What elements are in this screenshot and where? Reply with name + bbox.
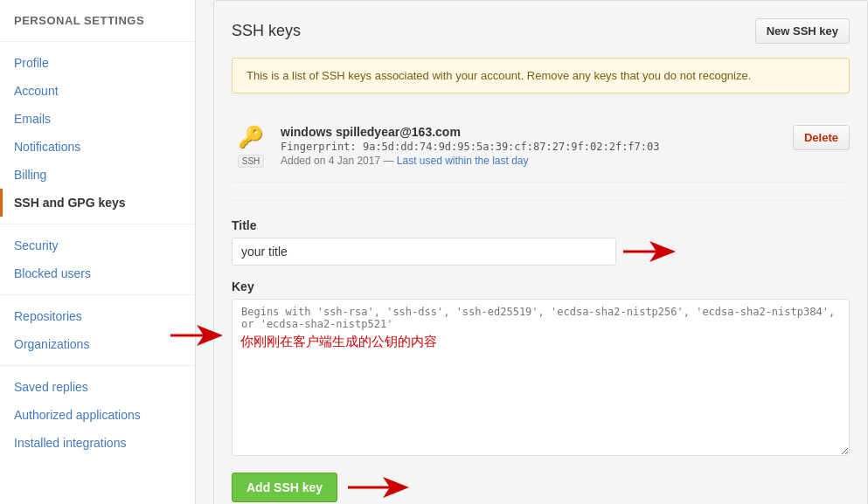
- sidebar-item-organizations[interactable]: Organizations: [0, 330, 195, 358]
- new-ssh-key-button[interactable]: New SSH key: [755, 18, 850, 44]
- sidebar-item-billing[interactable]: Billing: [0, 161, 195, 189]
- title-arrow-annotation: [623, 241, 676, 262]
- sidebar-heading: Personal settings: [0, 0, 195, 34]
- add-red-arrow-svg: [348, 475, 409, 500]
- add-button-arrow: [348, 475, 409, 500]
- key-textarea-wrapper: 你刚刚在客户端生成的公钥的内容: [232, 299, 850, 459]
- sidebar-item-installed-integrations[interactable]: Installed integrations: [0, 429, 195, 457]
- sidebar-item-blocked-users[interactable]: Blocked users: [0, 259, 195, 287]
- ssh-key-added-date: Added on 4 Jan 2017 — Last used within t…: [281, 155, 782, 167]
- title-label: Title: [232, 218, 850, 232]
- page-title: SSH keys: [232, 22, 301, 40]
- key-textarea[interactable]: [232, 299, 850, 456]
- sidebar-item-account[interactable]: Account: [0, 77, 195, 105]
- ssh-key-actions: Delete: [793, 125, 850, 150]
- sidebar-item-emails[interactable]: Emails: [0, 105, 195, 133]
- sidebar-item-ssh-gpg[interactable]: SSH and GPG keys: [0, 189, 195, 217]
- add-ssh-key-button[interactable]: Add SSH key: [232, 473, 337, 502]
- sidebar-item-profile[interactable]: Profile: [0, 49, 195, 77]
- add-button-row: Add SSH key: [232, 473, 850, 502]
- key-arrow-annotation: [170, 325, 223, 346]
- title-form-group: Title: [232, 218, 850, 266]
- key-form-group: Key 你刚刚在客户端生成的公钥的内容: [232, 280, 850, 459]
- sidebar-item-notifications[interactable]: Notifications: [0, 133, 195, 161]
- key-icon: 🔑: [232, 125, 270, 149]
- ssh-key-name: windows spilledyear@163.com: [281, 125, 782, 139]
- key-red-arrow-svg: [170, 325, 223, 346]
- ssh-key-item: 🔑 SSH windows spilledyear@163.com Finger…: [232, 111, 850, 183]
- key-label: Key: [232, 280, 850, 293]
- ssh-badge: SSH: [238, 155, 265, 168]
- main-header: SSH keys New SSH key: [232, 18, 850, 44]
- red-arrow-svg: [623, 241, 676, 262]
- title-input[interactable]: [232, 238, 616, 266]
- main-content: SSH keys New SSH key This is a list of S…: [213, 0, 868, 504]
- ssh-key-details: windows spilledyear@163.com Fingerprint:…: [270, 125, 793, 167]
- info-message: This is a list of SSH keys associated wi…: [232, 58, 850, 93]
- sidebar-item-repositories[interactable]: Repositories: [0, 302, 195, 330]
- sidebar-item-saved-replies[interactable]: Saved replies: [0, 373, 195, 401]
- last-used-link[interactable]: Last used within the last day: [397, 155, 529, 167]
- sidebar-item-security[interactable]: Security: [0, 231, 195, 259]
- delete-key-button[interactable]: Delete: [793, 125, 850, 150]
- ssh-key-icon-area: 🔑 SSH: [232, 125, 270, 168]
- add-ssh-key-form: Title Key 你刚刚在客户端生成的公钥: [232, 218, 850, 504]
- sidebar: Personal settings Profile Account Emails…: [0, 0, 196, 504]
- sidebar-item-authorized-applications[interactable]: Authorized applications: [0, 401, 195, 429]
- ssh-key-fingerprint: Fingerprint: 9a:5d:dd:74:9d:95:5a:39:cf:…: [281, 141, 782, 153]
